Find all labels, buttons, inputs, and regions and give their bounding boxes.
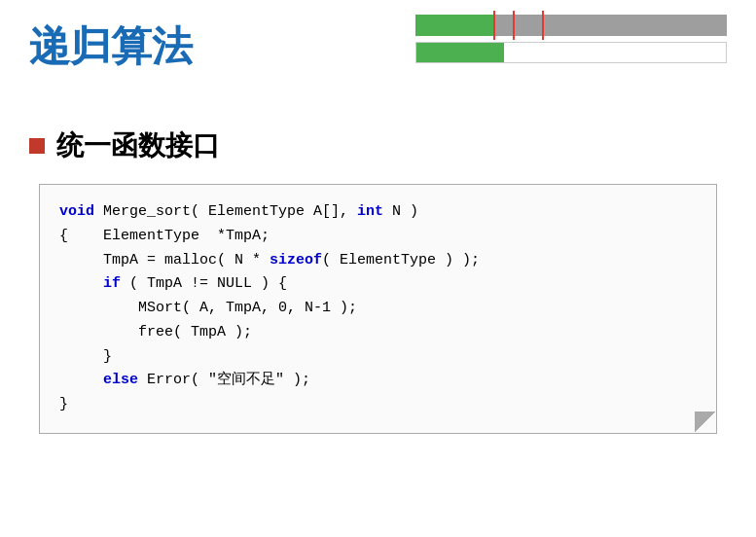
code-line-8: else Error( "空间不足" ); — [59, 369, 697, 393]
top-bar-container — [415, 15, 727, 36]
marker-2 — [513, 11, 515, 40]
code-line-4: if ( TmpA != NULL ) { — [59, 272, 697, 297]
slide-container: 递归算法 统一函数接口 void Merge_sort( — [0, 0, 756, 537]
kw-if: if — [103, 275, 121, 292]
code-line-7: } — [59, 345, 697, 370]
kw-sizeof: sizeof — [270, 252, 322, 268]
kw-else: else — [103, 372, 138, 388]
bottom-bar — [415, 42, 727, 63]
bottom-bar-white — [504, 43, 726, 62]
kw-void: void — [59, 203, 94, 220]
kw-int: int — [357, 203, 383, 220]
bottom-bar-green — [416, 43, 504, 62]
bullet-square — [29, 138, 45, 154]
code-line-9: } — [59, 393, 697, 417]
code-line-1: void Merge_sort( ElementType A[], int N … — [59, 200, 697, 225]
code-line-6: free( TmpA ); — [59, 321, 697, 345]
marker-1 — [493, 11, 495, 40]
code-line-5: MSort( A, TmpA, 0, N-1 ); — [59, 297, 697, 321]
code-line-2: { ElementType *TmpA; — [59, 225, 697, 249]
marker-3 — [542, 11, 544, 40]
code-block: void Merge_sort( ElementType A[], int N … — [39, 184, 717, 434]
progress-area — [415, 15, 727, 63]
section-title: 统一函数接口 — [56, 127, 220, 164]
bar-markers — [415, 11, 727, 40]
section-heading: 统一函数接口 — [29, 127, 727, 164]
code-line-3: TmpA = malloc( N * sizeof( ElementType )… — [59, 249, 697, 273]
top-bar — [415, 15, 727, 36]
